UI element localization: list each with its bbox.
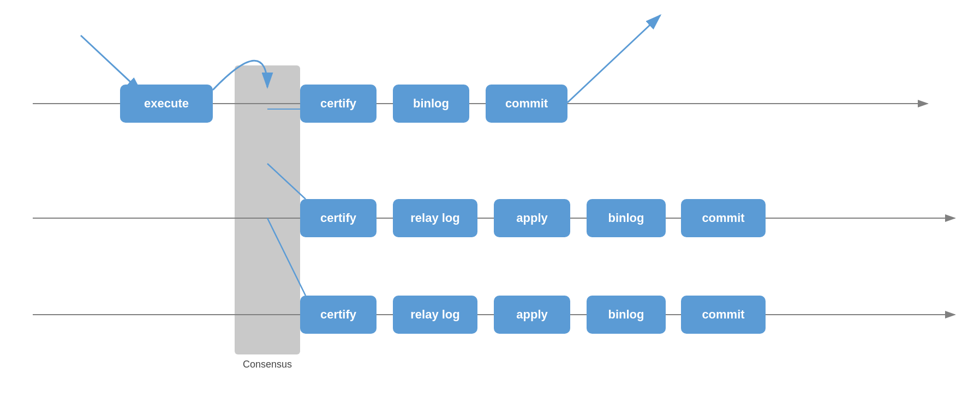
apply3-box: apply [494,296,570,334]
commit2-box: commit [681,199,766,237]
svg-line-9 [567,15,660,103]
diagram-svg [0,0,980,409]
commit1-box: commit [486,85,567,123]
commit3-box: commit [681,296,766,334]
certify1-box: certify [300,85,377,123]
apply2-box: apply [494,199,570,237]
binlog1-box: binlog [393,85,469,123]
certify2-box: certify [300,199,377,237]
binlog2-box: binlog [587,199,666,237]
svg-line-3 [81,35,141,92]
relaylog2-box: relay log [393,199,477,237]
consensus-label: Consensus [235,359,300,370]
diagram-container: Consensus [0,0,980,409]
consensus-panel [235,65,300,354]
execute-box: execute [120,85,213,123]
certify3-box: certify [300,296,377,334]
relaylog3-box: relay log [393,296,477,334]
binlog3-box: binlog [587,296,666,334]
